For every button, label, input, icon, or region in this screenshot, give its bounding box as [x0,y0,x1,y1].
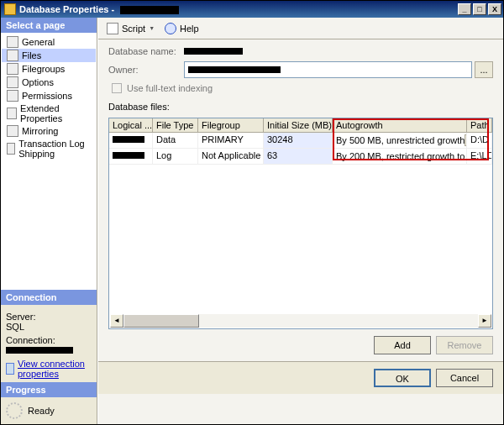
progress-spinner-icon [6,402,23,419]
dialog-buttons: OK Cancel [98,361,503,394]
add-file-button[interactable]: Add [374,336,431,354]
col-filegroup[interactable]: Filegroup [198,118,264,132]
page-icon [7,36,18,48]
title-text: Database Properties - [19,4,114,14]
cell-autogrowth[interactable]: By 200 MB, restricted growth to 2...... [333,149,467,164]
nav-label: Transaction Log Shipping [18,139,91,159]
maximize-button[interactable]: □ [473,3,486,15]
properties-icon [6,363,14,375]
connection-header: Connection [1,290,97,305]
cell-logical[interactable] [109,133,153,148]
col-autogrowth[interactable]: Autogrowth [333,118,467,132]
minimize-button[interactable]: _ [458,3,471,15]
scroll-right-button[interactable]: ► [478,314,491,328]
title-bar[interactable]: Database Properties - _ □ X [1,1,503,18]
cancel-button[interactable]: Cancel [436,369,493,387]
grid-row[interactable]: Data PRIMARY 30248 By 500 MB, unrestrict… [109,133,492,149]
cell-initial-size[interactable]: 30248 [264,133,333,148]
dialog-body: Select a page General Files Filegroups O… [1,18,503,424]
ok-button[interactable]: OK [374,369,431,387]
owner-value-redacted [188,66,281,73]
close-button[interactable]: X [488,3,501,15]
nav-item-extended-properties[interactable]: Extended Properties [2,102,96,124]
nav-label: Files [22,50,41,60]
server-value: SQL [6,322,92,332]
col-initial-size[interactable]: Initial Size (MB) [264,118,333,132]
nav-item-transaction-log-shipping[interactable]: Transaction Log Shipping [2,138,96,160]
fulltext-row: Use full-text indexing [112,83,493,93]
owner-browse-button[interactable]: ... [475,61,493,78]
logical-name-redacted [113,136,144,143]
select-page-header: Select a page [1,18,97,33]
page-icon [7,125,18,137]
nav-label: Permissions [22,91,72,101]
col-file-type[interactable]: File Type [153,118,198,132]
db-name-row: Database name: [108,46,493,56]
db-name-label: Database name: [108,46,184,56]
nav-label: Extended Properties [20,103,91,123]
grid-horizontal-scrollbar[interactable]: ◄ ► [110,314,491,328]
col-logical-name[interactable]: Logical ... [109,118,153,132]
right-column: Script ▼ Help Database name: Owner: ... [97,18,503,424]
cell-path[interactable]: E:\LO [467,149,492,164]
cell-filetype[interactable]: Data [153,133,198,148]
cell-path[interactable]: D:\D [467,133,492,148]
help-icon [165,23,176,34]
cell-filegroup[interactable]: Not Applicable [198,149,264,164]
database-icon [4,3,16,15]
files-grid-wrap: Logical ... File Type Filegroup Initial … [108,118,493,329]
page-icon [7,108,17,119]
database-properties-dialog: Database Properties - _ □ X Select a pag… [0,0,504,425]
col-path[interactable]: Path [467,118,492,132]
script-icon [107,23,118,34]
nav-label: General [22,37,55,47]
page-icon [7,143,15,155]
connection-pane: Server: SQL Connection: View connection … [1,305,97,382]
nav-item-files[interactable]: Files [2,49,96,62]
connection-label: Connection: [6,335,92,345]
fulltext-label: Use full-text indexing [127,83,213,93]
files-grid[interactable]: Logical ... File Type Filegroup Initial … [108,118,493,329]
grid-action-buttons: Add Remove [98,329,503,361]
page-toolbar: Script ▼ Help [98,18,503,39]
help-button[interactable]: Help [161,21,202,36]
grid-row[interactable]: Log Not Applicable 63 By 200 MB, restric… [109,149,492,165]
nav-item-permissions[interactable]: Permissions [2,89,96,102]
nav-label: Filegroups [22,64,65,74]
progress-pane: Ready [1,397,97,424]
progress-header: Progress [1,382,97,397]
nav-label: Mirroring [22,126,58,136]
fulltext-checkbox [112,83,122,93]
progress-status: Ready [28,406,55,416]
help-label: Help [180,24,199,34]
window-buttons: _ □ X [458,3,501,15]
connection-value-redacted [6,347,73,354]
scroll-track[interactable] [123,314,478,328]
scroll-left-button[interactable]: ◄ [110,314,123,328]
autogrowth-text: By 200 MB, restricted growth to 2... [336,151,467,161]
page-nav-list: General Files Filegroups Options Permiss… [1,33,97,290]
scroll-thumb[interactable] [123,314,199,328]
grid-header-row: Logical ... File Type Filegroup Initial … [109,118,492,133]
page-icon [7,50,18,61]
logical-name-redacted [113,152,144,159]
title-redacted [120,6,179,14]
cell-filetype[interactable]: Log [153,149,198,164]
script-button[interactable]: Script ▼ [103,21,158,36]
page-icon [7,90,18,102]
nav-item-options[interactable]: Options [2,76,96,89]
owner-input[interactable] [184,61,472,78]
cell-filegroup[interactable]: PRIMARY [198,133,264,148]
cell-initial-size[interactable]: 63 [264,149,333,164]
cell-logical[interactable] [109,149,153,164]
nav-item-mirroring[interactable]: Mirroring [2,124,96,138]
view-connection-properties-link[interactable]: View connection properties [6,359,92,379]
nav-item-general[interactable]: General [2,35,96,49]
files-form: Database name: Owner: ... Use full-text … [98,39,503,118]
nav-item-filegroups[interactable]: Filegroups [2,62,96,76]
remove-file-button: Remove [436,336,493,354]
left-column: Select a page General Files Filegroups O… [1,18,97,424]
cell-autogrowth[interactable]: By 500 MB, unrestricted growth... [333,133,467,148]
files-grid-label: Database files: [108,102,493,112]
owner-label: Owner: [108,65,184,75]
